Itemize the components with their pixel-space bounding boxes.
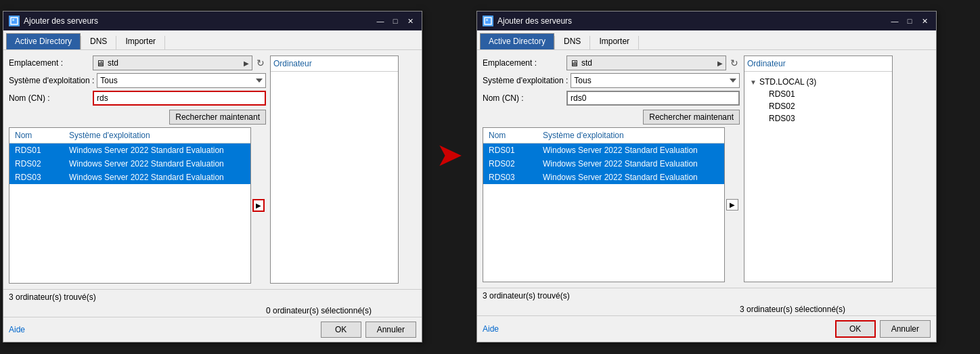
add-arrow-btn-1[interactable]: ▶ <box>252 199 265 212</box>
status-bar-1: 3 ordinateur(s) trouvé(s) <box>3 289 422 305</box>
tab-sep-1c <box>164 36 165 49</box>
list-header-2: Nom Système d'exploitation <box>483 128 724 143</box>
tree-children-2: RDS01 RDS02 RDS03 <box>750 88 887 125</box>
tab-active-directory-1[interactable]: Active Directory <box>6 33 81 49</box>
minimize-btn-1[interactable]: — <box>374 16 386 26</box>
window1-content: Emplacement : 🖥 std ▶ ↻ Système d'exploi… <box>3 50 422 289</box>
tab-importer-1[interactable]: Importer <box>116 33 164 49</box>
tree-group-2[interactable]: ▼ STD.LOCAL (3) RDS01 RDS02 RDS03 <box>747 74 889 126</box>
titlebar-controls-1: — □ ✕ <box>374 16 416 26</box>
tree-item-rds01[interactable]: RDS01 <box>763 88 887 100</box>
help-link-1[interactable]: Aide <box>9 325 25 334</box>
list-row[interactable]: RDS03 Windows Server 2022 Standard Evalu… <box>9 171 250 184</box>
bottom-buttons-2: OK Annuler <box>835 320 931 338</box>
list-cell-os: Windows Server 2022 Standard Evaluation <box>66 145 248 156</box>
nom-label-1: Nom (CN) : <box>9 93 90 103</box>
add-arrow-btn-2[interactable]: ▶ <box>726 199 738 211</box>
titlebar-1: Ajouter des serveurs — □ ✕ <box>3 12 422 30</box>
status-text-2: 3 ordinateur(s) trouvé(s) <box>483 291 570 301</box>
svg-rect-1 <box>12 19 14 21</box>
window2-content: Emplacement : 🖥 std ▶ ↻ Système d'exploi… <box>477 50 936 288</box>
server-icon-2: 🖥 <box>570 58 579 68</box>
emplacement-input-2[interactable]: 🖥 std ▶ <box>566 56 726 70</box>
list-row[interactable]: RDS02 Windows Server 2022 Standard Evalu… <box>483 157 724 171</box>
tab-active-directory-2[interactable]: Active Directory <box>480 33 554 49</box>
status-bar-2: 3 ordinateur(s) trouvé(s) <box>477 288 936 303</box>
tree-item-rds02[interactable]: RDS02 <box>763 100 887 112</box>
os-label-1: Système d'exploitation : <box>9 76 94 85</box>
emplacement-row-2: Emplacement : 🖥 std ▶ ↻ <box>483 56 740 70</box>
window-title-1: Ajouter des serveurs <box>24 16 98 26</box>
titlebar-2: Ajouter des serveurs — □ ✕ <box>477 12 936 30</box>
location-text-1: std <box>108 58 241 68</box>
titlebar-left-1: Ajouter des serveurs <box>9 16 98 26</box>
big-arrow-icon: ➤ <box>436 135 463 173</box>
os-row-2: Système d'exploitation : Tous <box>483 73 740 88</box>
window-icon-1 <box>9 16 20 26</box>
maximize-btn-1[interactable]: □ <box>389 16 401 26</box>
emplacement-input-1[interactable]: 🖥 std ▶ <box>93 56 252 70</box>
nom-row-2: Nom (CN) : <box>483 91 740 106</box>
list-area-2: Nom Système d'exploitation RDS01 Windows… <box>483 127 725 282</box>
bottom-buttons-1: OK Annuler <box>321 322 416 338</box>
list-row[interactable]: RDS01 Windows Server 2022 Standard Evalu… <box>483 143 724 157</box>
tab-importer-2[interactable]: Importer <box>590 33 638 49</box>
refresh-btn-2[interactable]: ↻ <box>729 58 740 68</box>
list-cell-os: Windows Server 2022 Standard Evaluation <box>66 172 248 183</box>
bottom-bar-1: Aide OK Annuler <box>3 317 422 342</box>
search-btn-1[interactable]: Rechercher maintenant <box>169 110 266 125</box>
os-select-1[interactable]: Tous <box>97 73 266 88</box>
right-panel-2: Ordinateur ▼ STD.LOCAL (3) RDS01 RDS02 R <box>744 56 893 282</box>
bottom-bar-2: Aide OK Annuler <box>477 315 936 342</box>
col-header-os-2: Système d'exploitation <box>540 129 721 141</box>
tree-group-label-2: STD.LOCAL (3) <box>759 77 816 87</box>
ok-btn-1[interactable]: OK <box>321 322 361 338</box>
emplacement-row-1: Emplacement : 🖥 std ▶ ↻ <box>9 56 266 70</box>
list-cell-os: Windows Server 2022 Standard Evaluation <box>540 145 721 156</box>
minimize-btn-2[interactable]: — <box>889 16 901 26</box>
list-area-1: Nom Système d'exploitation RDS01 Windows… <box>9 127 251 284</box>
tab-dns-2[interactable]: DNS <box>555 33 589 49</box>
close-btn-2[interactable]: ✕ <box>918 16 931 26</box>
window-title-2: Ajouter des serveurs <box>497 16 572 26</box>
tree-item-rds03[interactable]: RDS03 <box>763 112 887 125</box>
maximize-btn-2[interactable]: □ <box>904 16 916 26</box>
left-panel-1: Emplacement : 🖥 std ▶ ↻ Système d'exploi… <box>9 56 266 284</box>
nom-input-1[interactable] <box>93 91 266 106</box>
cancel-btn-1[interactable]: Annuler <box>365 322 416 338</box>
location-arrow-1: ▶ <box>244 60 249 67</box>
status-text-1: 3 ordinateur(s) trouvé(s) <box>9 292 96 302</box>
nom-label-2: Nom (CN) : <box>483 93 564 103</box>
refresh-btn-1[interactable]: ↻ <box>255 58 266 68</box>
ok-btn-2[interactable]: OK <box>835 320 876 338</box>
close-btn-1[interactable]: ✕ <box>404 16 416 26</box>
list-row[interactable]: RDS03 Windows Server 2022 Standard Evalu… <box>483 171 724 184</box>
nom-input-2[interactable] <box>566 91 740 106</box>
list-cell-os: Windows Server 2022 Standard Evaluation <box>66 158 248 169</box>
list-cell-name: RDS03 <box>12 172 66 183</box>
screen-container: Ajouter des serveurs — □ ✕ Active Direct… <box>0 0 980 354</box>
search-btn-2[interactable]: Rechercher maintenant <box>643 110 740 125</box>
emplacement-label-1: Emplacement : <box>9 58 90 68</box>
col-header-name-1: Nom <box>12 129 66 141</box>
tab-dns-1[interactable]: DNS <box>81 33 116 49</box>
right-panel-1: Ordinateur <box>270 56 399 284</box>
tab-bar-2: Active Directory DNS Importer <box>477 30 936 50</box>
selected-label-1: Ordinateur <box>271 56 398 72</box>
list-row[interactable]: RDS02 Windows Server 2022 Standard Evalu… <box>9 157 250 171</box>
list-body-2: RDS01 Windows Server 2022 Standard Evalu… <box>483 143 724 282</box>
col-header-name-2: Nom <box>486 129 540 141</box>
os-select-2[interactable]: Tous <box>571 73 740 88</box>
list-cell-os: Windows Server 2022 Standard Evaluation <box>540 158 721 169</box>
emplacement-label-2: Emplacement : <box>483 58 564 68</box>
list-cell-os: Windows Server 2022 Standard Evaluation <box>540 172 721 183</box>
list-cell-name: RDS02 <box>486 158 540 169</box>
selected-tree-2: ▼ STD.LOCAL (3) RDS01 RDS02 RDS03 <box>744 72 892 129</box>
selected-status-1: 0 ordinateur(s) sélectionné(s) <box>266 306 416 315</box>
cancel-btn-2[interactable]: Annuler <box>880 320 931 338</box>
server-icon-1: 🖥 <box>96 58 105 68</box>
list-row[interactable]: RDS01 Windows Server 2022 Standard Evalu… <box>9 143 250 157</box>
selected-panel-2: Ordinateur ▼ STD.LOCAL (3) RDS01 RDS02 R <box>744 56 893 282</box>
list-body-1: RDS01 Windows Server 2022 Standard Evalu… <box>9 143 250 283</box>
help-link-2[interactable]: Aide <box>483 324 499 334</box>
